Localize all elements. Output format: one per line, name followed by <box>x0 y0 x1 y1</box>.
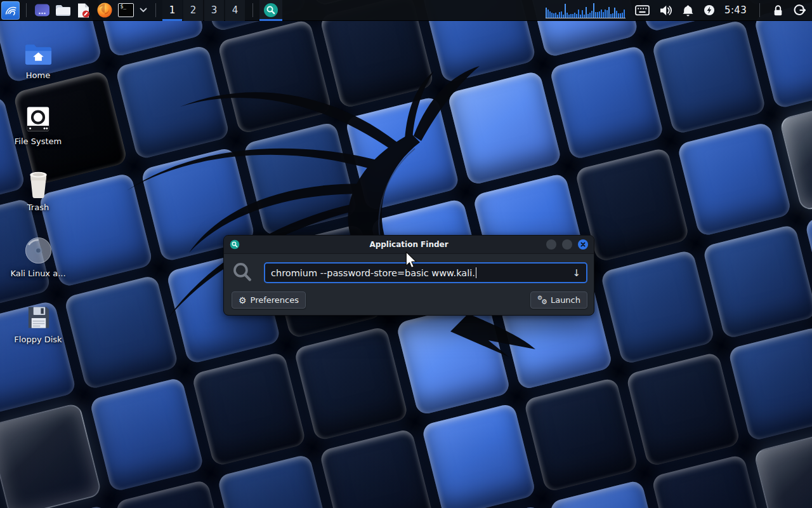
desktop-icon-kali-linux-cd[interactable]: Kali Linux a... <box>9 234 67 300</box>
lock-icon <box>773 4 783 17</box>
launch-gears-icon: ⚙ ⚙ <box>537 295 547 305</box>
firefox-icon <box>96 2 113 18</box>
application-finder-window: Application Finder chromi <box>223 235 594 316</box>
terminal-dropdown-button[interactable] <box>138 0 149 21</box>
panel-separator <box>155 3 156 17</box>
workspace-button-3[interactable]: 3 <box>204 0 224 21</box>
maximize-button[interactable] <box>562 239 572 250</box>
workspace-label: 3 <box>211 4 218 16</box>
text-editor-launcher-button[interactable] <box>75 0 93 21</box>
panel-separator <box>252 3 253 17</box>
firefox-launcher-button[interactable] <box>96 0 114 21</box>
minimize-button[interactable] <box>546 239 556 250</box>
workspace-label: 2 <box>190 4 197 16</box>
titlebar[interactable]: Application Finder <box>224 236 594 254</box>
desktop-icon-label: Floppy Disk <box>14 335 62 344</box>
appfinder-search-icon <box>263 3 278 18</box>
volume-button[interactable] <box>659 4 672 17</box>
power-manager-button[interactable] <box>704 4 715 16</box>
desktop-icon-file-system[interactable]: File System <box>9 102 67 168</box>
speaker-icon <box>659 4 672 17</box>
preferences-label: Preferences <box>251 295 299 305</box>
workspace-label: 4 <box>232 4 239 16</box>
clock[interactable]: 5:43 <box>724 4 747 16</box>
desktop-icon-label: Home <box>26 70 50 80</box>
close-button[interactable] <box>578 239 588 250</box>
workspace-button-2[interactable]: 2 <box>183 0 203 21</box>
desktop-icon-label: Trash <box>27 203 49 212</box>
desktop-icon-home[interactable]: Home <box>9 36 67 102</box>
file-manager-launcher-button[interactable] <box>54 0 72 21</box>
top-panel: $_ 1 2 3 4 <box>0 0 812 21</box>
power-bolt-icon <box>704 4 715 16</box>
cpu-graph[interactable] <box>546 3 625 18</box>
lock-screen-button[interactable] <box>773 4 783 17</box>
text-caret <box>476 267 477 278</box>
floppy-icon <box>25 304 51 331</box>
keyboard-indicator-button[interactable] <box>635 5 650 16</box>
home-folder-icon <box>24 43 53 67</box>
desktop-icon-trash[interactable]: Trash <box>9 168 67 234</box>
close-icon <box>578 239 588 250</box>
desktop-icon-floppy-disk[interactable]: Floppy Disk <box>9 300 67 366</box>
search-icon <box>232 262 254 284</box>
workspace-label: 1 <box>169 4 176 16</box>
folder-icon <box>55 4 71 17</box>
desktop-icon-column: Home File System <box>9 36 67 366</box>
applications-menu-button[interactable] <box>1 1 20 20</box>
trash-icon <box>25 170 51 199</box>
gear-icon: ⚙ <box>239 296 247 305</box>
chevron-down-icon <box>140 8 147 13</box>
launch-button[interactable]: ⚙ ⚙ Launch <box>530 291 587 309</box>
search-query-text: chromium --password-store=basic www.kali… <box>271 268 475 278</box>
dashboard-launcher-button[interactable] <box>33 0 51 21</box>
workspace-button-1[interactable]: 1 <box>162 0 182 21</box>
logout-icon <box>793 4 806 17</box>
logout-button[interactable] <box>793 4 806 17</box>
window-title: Application Finder <box>224 240 594 249</box>
terminal-launcher-button[interactable]: $_ <box>117 0 134 21</box>
preferences-button[interactable]: ⚙ Preferences <box>232 291 306 309</box>
desktop-icon-label: File System <box>15 137 62 146</box>
panel-separator <box>26 3 27 17</box>
taskbar-appfinder-button[interactable] <box>259 0 282 21</box>
hard-drive-icon <box>25 105 51 133</box>
kali-logo-icon <box>3 3 18 18</box>
text-editor-icon <box>76 3 91 18</box>
panel-separator <box>759 3 760 17</box>
window-appfinder-icon <box>230 239 240 250</box>
desktop: $_ 1 2 3 4 <box>0 0 812 508</box>
workspace-switcher: 1 2 3 4 <box>162 0 246 21</box>
launch-label: Launch <box>551 295 580 305</box>
keyboard-icon <box>635 5 650 16</box>
bell-icon <box>682 4 694 17</box>
search-input[interactable]: chromium --password-store=basic www.kali… <box>264 262 587 283</box>
dropdown-arrow-icon[interactable]: ↓ <box>567 267 580 279</box>
notifications-button[interactable] <box>682 4 694 17</box>
terminal-icon: $_ <box>118 3 134 17</box>
cdrom-icon <box>24 236 53 265</box>
workspace-button-4[interactable]: 4 <box>225 0 245 21</box>
desktop-icon-label: Kali Linux a... <box>10 269 65 278</box>
dashboard-icon <box>34 3 50 18</box>
